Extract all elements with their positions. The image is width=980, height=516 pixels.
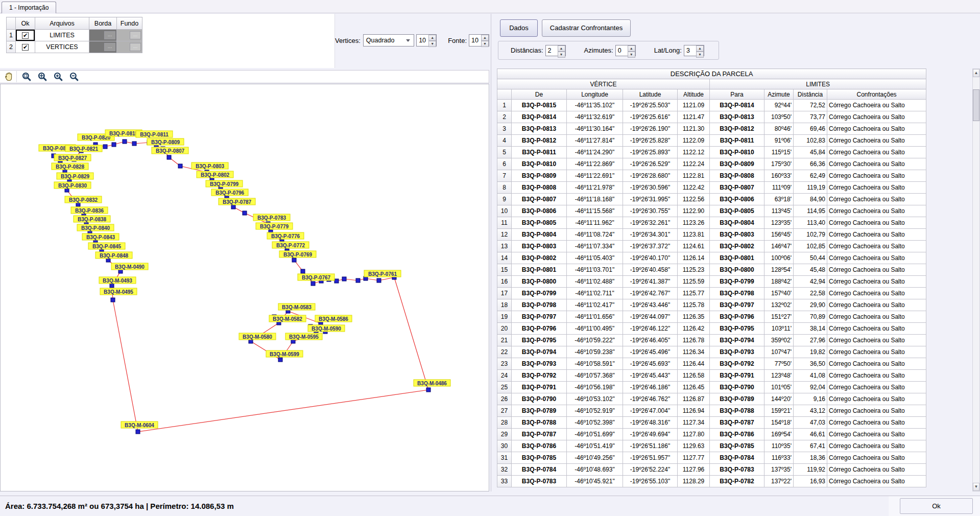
cell-n[interactable]: 20 [497, 323, 512, 335]
cell-latitude[interactable]: -19º26'44.097" [623, 311, 678, 323]
cell-longitude[interactable]: -46º11'32.619" [567, 111, 623, 123]
cell-para[interactable]: B3Q-P-0803 [710, 229, 764, 241]
cell-de[interactable]: B3Q-P-0806 [512, 205, 567, 217]
cell-para[interactable]: B3Q-P-0790 [710, 382, 764, 393]
cell-distancia[interactable]: 16,93 [794, 476, 827, 487]
cell-confrontacoes[interactable]: Córrego Cachoeira ou Salto [827, 299, 926, 311]
cell-de[interactable]: B3Q-P-0804 [512, 229, 567, 241]
cell-distancia[interactable]: 73,77 [794, 111, 827, 123]
cell-confrontacoes[interactable]: Córrego Cachoeira ou Salto [827, 323, 926, 335]
cell-n[interactable]: 15 [497, 264, 512, 276]
table-row[interactable]: 30B3Q-P-0786-46º10'51.419"-19º26'51.186"… [497, 440, 926, 452]
cell-azimute[interactable]: 132º02' [764, 299, 794, 311]
cell-distancia[interactable]: 72,52 [794, 100, 827, 111]
cell-altitude[interactable]: 1121.30 [678, 123, 710, 135]
cell-n[interactable]: 8 [497, 182, 512, 194]
cell-n[interactable]: 4 [497, 135, 512, 147]
vertices-size-value[interactable]: 10 [417, 35, 428, 46]
cell-n[interactable]: 7 [497, 170, 512, 182]
cell-longitude[interactable]: -46º11'02.711" [567, 288, 623, 299]
cell-de[interactable]: B3Q-P-0798 [512, 299, 567, 311]
cell-altitude[interactable]: 1127.96 [678, 464, 710, 476]
vertex-marker[interactable] [178, 164, 182, 168]
cell-confrontacoes[interactable]: Córrego Cachoeira ou Salto [827, 182, 926, 194]
cell-altitude[interactable]: 1128.29 [678, 476, 710, 487]
cell-de[interactable]: B3Q-P-0793 [512, 358, 567, 370]
table-row[interactable]: 15B3Q-P-0801-46º11'03.701"-19º26'40.458"… [497, 264, 926, 276]
cell-distancia[interactable]: 84,90 [794, 194, 827, 205]
table-row[interactable]: 24B3Q-P-0792-46º10'57.368"-19º26'45.443"… [497, 370, 926, 382]
cell-n[interactable]: 24 [497, 370, 512, 382]
cell-altitude[interactable]: 1126.42 [678, 323, 710, 335]
vertex-marker[interactable] [334, 279, 339, 283]
cell-para[interactable]: B3Q-P-0806 [710, 194, 764, 205]
cell-n[interactable]: 25 [497, 382, 512, 393]
cell-n[interactable]: 26 [497, 393, 512, 405]
cell-distancia[interactable]: 69,46 [794, 123, 827, 135]
vertex-marker[interactable] [311, 282, 315, 286]
scroll-up-icon[interactable]: ▲ [973, 69, 979, 77]
cell-azimute[interactable]: 137º22' [764, 476, 794, 487]
cell-n[interactable]: 11 [497, 217, 512, 229]
cell-longitude[interactable]: -46º10'52.919" [567, 405, 623, 417]
cell-altitude[interactable]: 1126.34 [678, 346, 710, 358]
cell-latitude[interactable]: -19º26'45.443" [623, 370, 678, 382]
cell-para[interactable]: B3Q-P-0801 [710, 252, 764, 264]
cell-longitude[interactable]: -46º11'24.290" [567, 147, 623, 158]
cell-distancia[interactable]: 38,14 [794, 323, 827, 335]
cell-n[interactable]: 13 [497, 241, 512, 252]
cell-para[interactable]: B3Q-P-0795 [710, 323, 764, 335]
cell-para[interactable]: B3Q-P-0813 [710, 111, 764, 123]
table-row[interactable]: 25B3Q-P-0791-46º10'56.198"-19º26'46.186"… [497, 382, 926, 393]
vertex-marker[interactable] [167, 155, 171, 159]
cell-latitude[interactable]: -19º26'46.122" [623, 323, 678, 335]
cell-n[interactable]: 23 [497, 358, 512, 370]
cell-distancia[interactable]: 45,48 [794, 264, 827, 276]
cell-altitude[interactable]: 1123.26 [678, 217, 710, 229]
cell-confrontacoes[interactable]: Córrego Cachoeira ou Salto [827, 440, 926, 452]
zoom-extents-icon[interactable] [36, 71, 49, 82]
layer-fundo-swatch[interactable]: ... [117, 41, 142, 53]
cell-azimute[interactable]: 160º33' [764, 170, 794, 182]
cell-azimute[interactable]: 151º27' [764, 311, 794, 323]
cell-para[interactable]: B3Q-P-0804 [710, 217, 764, 229]
vertex-marker[interactable] [243, 211, 247, 215]
cell-latitude[interactable]: -19º26'42.767" [623, 288, 678, 299]
latlong-value[interactable]: 3 [684, 45, 696, 56]
cell-distancia[interactable]: 36,50 [794, 358, 827, 370]
table-row[interactable]: 26B3Q-P-0790-46º10'53.102"-19º26'46.762"… [497, 393, 926, 405]
stepper-up-icon[interactable]: ▲ [558, 45, 565, 52]
stepper-down-icon[interactable]: ▼ [696, 52, 704, 58]
cell-distancia[interactable]: 70,89 [794, 311, 827, 323]
cell-latitude[interactable]: -19º26'46.405" [623, 335, 678, 346]
cell-longitude[interactable]: -46º10'59.238" [567, 346, 623, 358]
cell-distancia[interactable]: 42,94 [794, 276, 827, 288]
cell-altitude[interactable]: 1122.56 [678, 194, 710, 205]
cell-distancia[interactable]: 113,40 [794, 217, 827, 229]
cell-longitude[interactable]: -46º10'59.222" [567, 335, 623, 346]
table-row[interactable]: 4B3Q-P-0812-46º11'27.814"-19º26'25.828"1… [497, 135, 926, 147]
cell-altitude[interactable]: 1122.09 [678, 135, 710, 147]
cell-longitude[interactable]: -46º10'51.419" [567, 440, 623, 452]
cell-altitude[interactable]: 1121.09 [678, 100, 710, 111]
cell-n[interactable]: 12 [497, 229, 512, 241]
table-row[interactable]: 12B3Q-P-0804-46º11'08.724"-19º26'34.301"… [497, 229, 926, 241]
cell-latitude[interactable]: -19º26'40.170" [623, 252, 678, 264]
stepper-down-icon[interactable]: ▼ [558, 52, 565, 58]
cell-confrontacoes[interactable]: Córrego Cachoeira ou Salto [827, 252, 926, 264]
cell-latitude[interactable]: -19º26'25.503" [623, 100, 678, 111]
stepper-down-icon[interactable]: ▼ [628, 52, 635, 58]
cell-para[interactable]: B3Q-P-0794 [710, 335, 764, 346]
cell-para[interactable]: B3Q-P-0791 [710, 370, 764, 382]
layer-name-cell[interactable]: VERTICES [35, 41, 89, 53]
cell-para[interactable]: B3Q-P-0789 [710, 393, 764, 405]
cell-confrontacoes[interactable]: Córrego Cachoeira ou Salto [827, 205, 926, 217]
cell-latitude[interactable]: -19º26'30.755" [623, 205, 678, 217]
table-row[interactable]: 5B3Q-P-0811-46º11'24.290"-19º26'25.893"1… [497, 147, 926, 158]
cell-confrontacoes[interactable]: Córrego Cachoeira ou Salto [827, 276, 926, 288]
cell-de[interactable]: B3Q-P-0789 [512, 405, 567, 417]
checkbox-checked-icon[interactable]: ✔ [22, 44, 29, 51]
cell-de[interactable]: B3Q-P-0796 [512, 323, 567, 335]
cell-n[interactable]: 29 [497, 429, 512, 440]
cell-confrontacoes[interactable]: Córrego Cachoeira ou Salto [827, 393, 926, 405]
